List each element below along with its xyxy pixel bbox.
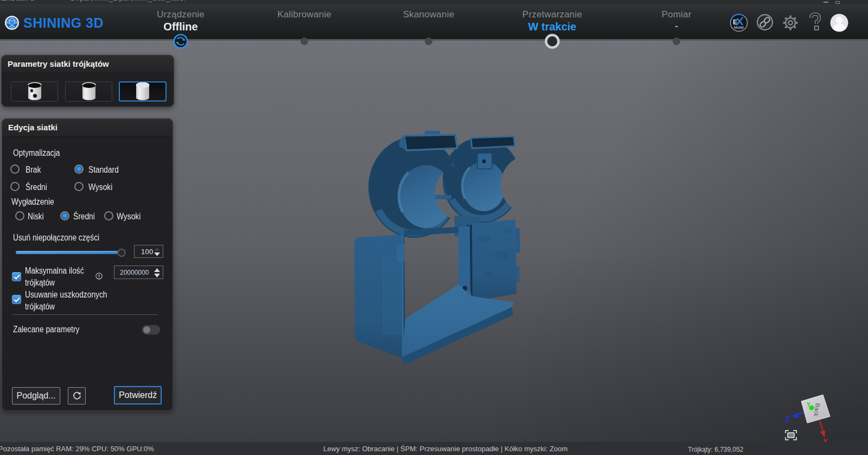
svg-text:Model: Model bbox=[734, 26, 744, 29]
svg-text:Z: Z bbox=[785, 415, 790, 424]
svg-text:SHINING 3D: SHINING 3D bbox=[23, 15, 104, 30]
svg-text:E: E bbox=[733, 18, 737, 26]
